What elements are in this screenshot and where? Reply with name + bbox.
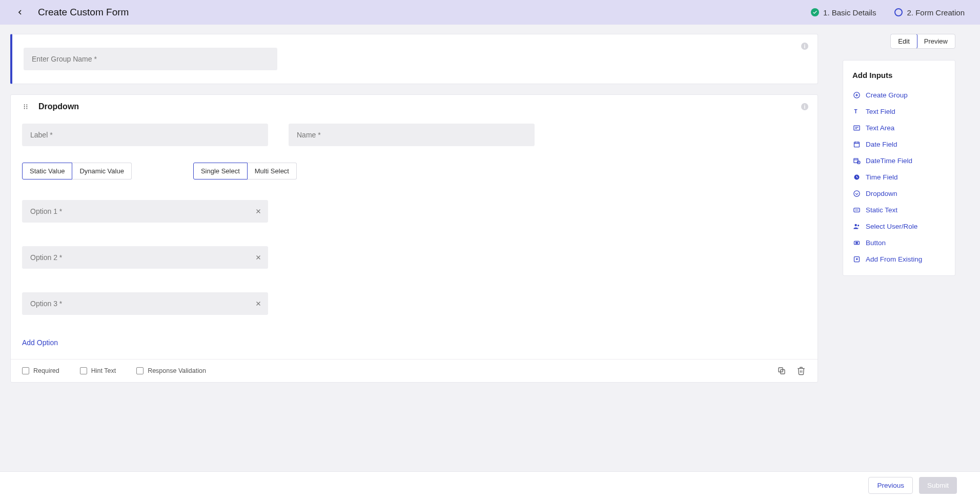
add-option-button[interactable]: Add Option — [22, 338, 58, 347]
sidebar-item-label: Select User/Role — [866, 223, 917, 230]
svg-line-29 — [859, 162, 859, 163]
trash-icon — [797, 366, 806, 375]
back-button[interactable] — [15, 8, 25, 17]
form-canvas: i i Dropdown Static Value Dynamic Value — [10, 34, 818, 393]
checkbox-label: Hint Text — [91, 367, 116, 374]
segment-row: Static Value Dynamic Value Single Select… — [22, 163, 806, 179]
right-column: Edit Preview Add Inputs Create Group T T… — [843, 34, 955, 276]
svg-rect-21 — [854, 142, 859, 147]
delete-button[interactable] — [796, 366, 806, 376]
sidebar-item-label: Time Field — [866, 173, 898, 181]
svg-point-1 — [24, 106, 25, 107]
sidebar-item-label: Create Group — [866, 91, 908, 99]
required-checkbox[interactable]: Required — [22, 367, 59, 374]
name-input[interactable] — [289, 124, 535, 146]
option-row — [22, 292, 268, 315]
datetime-icon — [852, 156, 861, 165]
step-form-creation[interactable]: 2. Form Creation — [894, 8, 965, 17]
edit-mode-button[interactable]: Edit — [890, 34, 917, 49]
svg-text:T: T — [854, 109, 857, 114]
sidebar-item-button[interactable]: Button — [852, 238, 946, 247]
stepper: 1. Basic Details 2. Form Creation — [811, 8, 970, 17]
svg-point-5 — [26, 108, 27, 109]
card-footer: Required Hint Text Response Validation — [11, 359, 818, 382]
close-icon — [255, 254, 262, 261]
sidebar-item-label: DateTime Field — [866, 157, 912, 165]
header-left: Create Custom Form — [15, 7, 129, 18]
user-role-icon — [852, 222, 861, 230]
plus-circle-icon — [852, 91, 861, 99]
sidebar-item-create-group[interactable]: Create Group — [852, 91, 946, 99]
sidebar-item-text-field[interactable]: T Text Field — [852, 107, 946, 115]
edit-preview-toggle: Edit Preview — [890, 34, 955, 49]
close-icon — [255, 208, 262, 215]
page-title: Create Custom Form — [38, 7, 129, 18]
static-value-button[interactable]: Static Value — [22, 163, 72, 179]
svg-rect-18 — [853, 126, 859, 130]
remove-option-button[interactable] — [254, 207, 263, 216]
svg-point-37 — [858, 225, 859, 226]
checkbox-label: Response Validation — [148, 367, 206, 374]
remove-option-button[interactable] — [254, 253, 263, 262]
label-input[interactable] — [22, 124, 268, 146]
close-icon — [255, 300, 262, 307]
footer-checks: Required Hint Text Response Validation — [22, 367, 206, 374]
group-name-input[interactable] — [24, 48, 277, 70]
sidebar-item-label: Date Field — [866, 141, 897, 148]
sidebar-item-label: Button — [866, 239, 886, 247]
sidebar-item-date-field[interactable]: Date Field — [852, 140, 946, 148]
single-select-button[interactable]: Single Select — [193, 163, 248, 179]
group-card[interactable]: i — [10, 34, 818, 84]
svg-point-36 — [854, 224, 856, 226]
info-icon[interactable]: i — [801, 43, 808, 50]
step-label: 2. Form Creation — [907, 8, 965, 17]
checkbox-icon — [80, 367, 87, 374]
content-area: i i Dropdown Static Value Dynamic Value — [0, 25, 980, 393]
multi-select-button[interactable]: Multi Select — [248, 163, 297, 179]
button-icon — [852, 238, 861, 247]
response-validation-checkbox[interactable]: Response Validation — [136, 367, 206, 374]
dropdown-header: Dropdown — [22, 102, 806, 111]
add-existing-icon — [852, 255, 861, 263]
option-input[interactable] — [22, 292, 268, 315]
time-icon — [852, 173, 861, 181]
option-row — [22, 246, 268, 269]
sidebar-item-text-area[interactable]: Text Area — [852, 124, 946, 132]
sidebar-item-add-existing[interactable]: Add From Existing — [852, 255, 946, 263]
panel-heading: Add Inputs — [852, 71, 946, 79]
footer-actions — [777, 366, 806, 376]
sidebar-item-datetime-field[interactable]: DateTime Field — [852, 156, 946, 165]
check-circle-icon — [811, 8, 819, 16]
duplicate-button[interactable] — [777, 366, 787, 376]
svg-point-3 — [26, 105, 27, 106]
preview-mode-button[interactable]: Preview — [917, 34, 955, 48]
select-type-toggle: Single Select Multi Select — [193, 163, 297, 179]
svg-rect-39 — [855, 242, 858, 244]
sidebar-item-label: Add From Existing — [866, 255, 922, 263]
info-icon[interactable]: i — [801, 103, 808, 110]
sidebar-item-static-text[interactable]: Static Text — [852, 206, 946, 214]
checkbox-icon — [22, 367, 29, 374]
option-input[interactable] — [22, 246, 268, 269]
svg-point-33 — [853, 190, 859, 196]
text-icon: T — [852, 107, 861, 115]
static-text-icon — [852, 206, 861, 214]
drag-handle-icon[interactable] — [22, 103, 29, 110]
sidebar-item-dropdown[interactable]: Dropdown — [852, 189, 946, 197]
step-basic-details[interactable]: 1. Basic Details — [811, 8, 876, 17]
dropdown-icon — [852, 189, 861, 197]
hint-text-checkbox[interactable]: Hint Text — [80, 367, 116, 374]
sidebar-item-label: Dropdown — [866, 190, 897, 197]
remove-option-button[interactable] — [254, 299, 263, 308]
svg-point-0 — [24, 105, 25, 106]
textarea-icon — [852, 124, 861, 132]
sidebar-item-label: Text Field — [866, 108, 895, 115]
checkbox-label: Required — [33, 367, 59, 374]
dynamic-value-button[interactable]: Dynamic Value — [72, 163, 131, 179]
app-header: Create Custom Form 1. Basic Details 2. F… — [0, 0, 980, 25]
sidebar-item-label: Text Area — [866, 124, 894, 132]
option-input[interactable] — [22, 200, 268, 223]
sidebar-item-time-field[interactable]: Time Field — [852, 173, 946, 181]
dropdown-card[interactable]: i Dropdown Static Value Dynamic Value Si… — [10, 94, 818, 383]
sidebar-item-select-user[interactable]: Select User/Role — [852, 222, 946, 230]
